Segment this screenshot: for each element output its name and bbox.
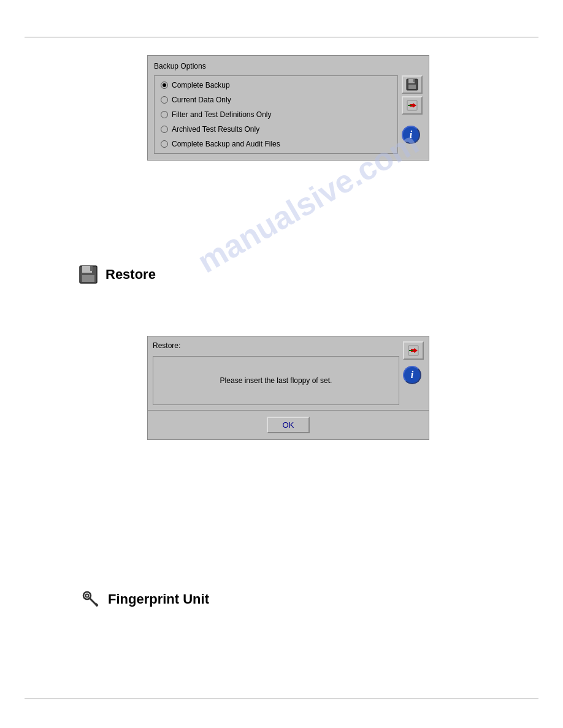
backup-options-list: Complete Backup Current Data Only Filter… xyxy=(154,75,398,154)
svg-point-17 xyxy=(86,594,89,597)
svg-rect-15 xyxy=(409,350,413,351)
svg-rect-3 xyxy=(413,79,415,82)
floppy-icon xyxy=(405,78,419,91)
restore-exit-button[interactable] xyxy=(403,341,424,360)
option-filter-test-defs-label: Filter and Test Definitions Only xyxy=(172,110,272,119)
option-archived-test-results-label: Archived Test Results Only xyxy=(172,125,259,134)
option-complete-backup-label: Complete Backup xyxy=(172,81,230,89)
backup-options-panel: Backup Options Complete Backup Current D… xyxy=(147,55,429,161)
option-complete-backup-audit[interactable]: Complete Backup and Audit Files xyxy=(161,140,391,148)
fingerprint-heading-label: Fingerprint Unit xyxy=(108,591,209,607)
fingerprint-icon xyxy=(80,588,102,610)
restore-dialog-bottom: OK xyxy=(148,410,429,439)
restore-dialog-label: Restore: xyxy=(153,341,399,354)
restore-floppy-icon xyxy=(77,264,99,286)
info-icon: i xyxy=(410,129,412,140)
backup-exit-button[interactable] xyxy=(402,96,423,115)
option-current-data-only[interactable]: Current Data Only xyxy=(161,96,391,104)
bottom-divider xyxy=(25,699,538,699)
info-icon-restore: i xyxy=(411,370,413,381)
option-current-data-only-label: Current Data Only xyxy=(172,96,231,104)
exit-icon-restore xyxy=(407,344,419,357)
svg-rect-7 xyxy=(408,105,412,106)
backup-floppy-button[interactable] xyxy=(402,75,423,94)
svg-rect-10 xyxy=(82,275,94,282)
restore-dialog-top: Restore: Please insert the last floppy o… xyxy=(148,336,429,410)
fingerprint-section-heading: Fingerprint Unit xyxy=(80,588,209,610)
radio-current-data-only[interactable] xyxy=(161,96,168,104)
radio-complete-backup[interactable] xyxy=(161,82,168,89)
radio-archived-test-results[interactable] xyxy=(161,126,168,133)
restore-heading-label: Restore xyxy=(105,267,156,282)
restore-dialog-message: Please insert the last floppy of set. xyxy=(153,356,399,405)
radio-complete-backup-audit[interactable] xyxy=(161,140,168,148)
svg-rect-2 xyxy=(408,85,416,89)
backup-panel-title: Backup Options xyxy=(154,62,423,70)
option-complete-backup[interactable]: Complete Backup xyxy=(161,81,391,89)
restore-section-heading: Restore xyxy=(77,264,156,286)
restore-dialog: Restore: Please insert the last floppy o… xyxy=(147,336,429,440)
option-filter-test-defs[interactable]: Filter and Test Definitions Only xyxy=(161,110,391,119)
top-divider xyxy=(25,37,538,37)
radio-filter-test-defs[interactable] xyxy=(161,111,168,118)
backup-info-button[interactable]: i xyxy=(402,126,420,144)
ok-button[interactable]: OK xyxy=(267,417,310,433)
restore-dialog-buttons: i xyxy=(403,341,424,384)
exit-icon xyxy=(406,99,418,112)
restore-info-button[interactable]: i xyxy=(403,366,421,384)
backup-side-buttons: i xyxy=(402,75,423,144)
option-complete-backup-audit-label: Complete Backup and Audit Files xyxy=(172,140,280,148)
svg-rect-11 xyxy=(90,266,93,271)
option-archived-test-results[interactable]: Archived Test Results Only xyxy=(161,125,391,134)
